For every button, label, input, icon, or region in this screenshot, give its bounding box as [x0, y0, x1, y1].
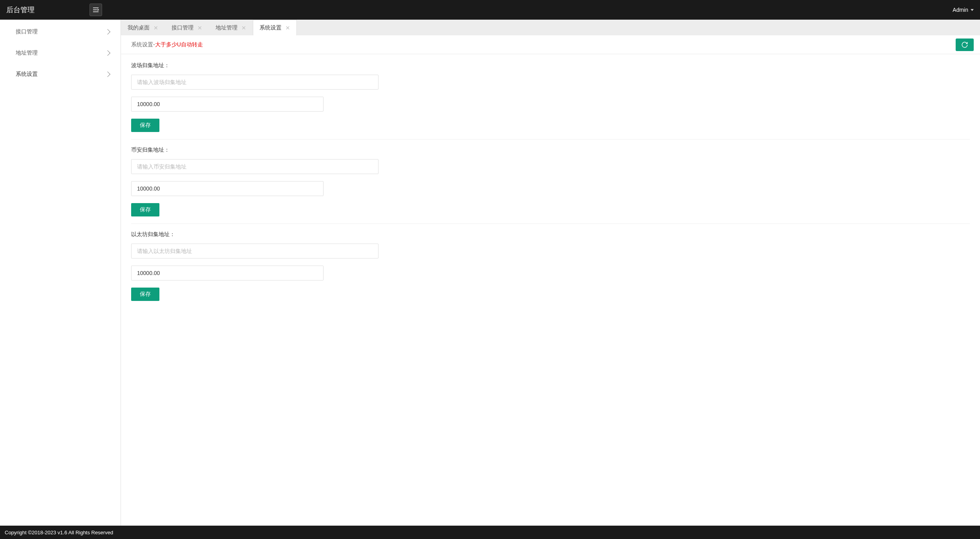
sidebar-item-label: 地址管理	[16, 50, 38, 57]
close-icon[interactable]: ✕	[241, 25, 246, 31]
sidebar: 接口管理 地址管理 系统设置	[0, 20, 121, 526]
app-title: 后台管理	[6, 5, 35, 15]
close-icon[interactable]: ✕	[285, 25, 290, 31]
user-name: Admin	[953, 7, 968, 13]
ethereum-address-input[interactable]	[131, 244, 378, 258]
page-header-subtitle: 大于多少U自动转走	[155, 41, 203, 48]
top-header: 后台管理 Admin	[0, 0, 980, 20]
chevron-right-icon	[105, 29, 110, 35]
page-header-title: 系统设置-	[131, 41, 155, 48]
sidebar-item-settings[interactable]: 系统设置	[4, 64, 121, 85]
main-content: 我的桌面 ✕ 接口管理 ✕ 地址管理 ✕ 系统设置 ✕ 系统设置-大于多少U自动…	[121, 20, 980, 526]
footer: Copyright ©2018-2023 v1.6 All Rights Res…	[0, 526, 980, 539]
form-block-binance: 币安归集地址： 保存	[131, 147, 970, 224]
binance-address-input[interactable]	[131, 159, 378, 174]
save-button-tron[interactable]: 保存	[131, 119, 159, 132]
caret-down-icon	[971, 9, 974, 11]
ethereum-amount-input[interactable]	[131, 266, 324, 280]
save-button-ethereum[interactable]: 保存	[131, 288, 159, 301]
sidebar-item-label: 系统设置	[16, 71, 38, 78]
tron-amount-input[interactable]	[131, 97, 324, 112]
form-area: 波场归集地址： 保存 币安归集地址： 保存 以太坊归集地址： 保存	[121, 54, 980, 316]
sidebar-item-address[interactable]: 地址管理	[4, 42, 121, 64]
footer-text: Copyright ©2018-2023 v1.6 All Rights Res…	[5, 530, 113, 535]
chevron-right-icon	[105, 72, 110, 77]
header-left: 后台管理	[6, 4, 102, 16]
refresh-button[interactable]	[956, 38, 974, 51]
form-label: 波场归集地址：	[131, 62, 970, 69]
user-dropdown[interactable]: Admin	[953, 7, 974, 13]
save-button-binance[interactable]: 保存	[131, 203, 159, 216]
form-block-ethereum: 以太坊归集地址： 保存	[131, 231, 970, 308]
form-label: 以太坊归集地址：	[131, 231, 970, 238]
form-block-tron: 波场归集地址： 保存	[131, 62, 970, 139]
tab-label: 我的桌面	[128, 24, 150, 31]
menu-icon	[93, 7, 99, 13]
close-icon[interactable]: ✕	[154, 25, 158, 31]
tab-api[interactable]: 接口管理 ✕	[165, 20, 209, 35]
layout: 接口管理 地址管理 系统设置 我的桌面 ✕ 接口管理 ✕ 地址管理 ✕	[0, 20, 980, 526]
refresh-icon	[961, 41, 968, 48]
tab-label: 系统设置	[260, 24, 282, 31]
page-header-title-wrap: 系统设置-大于多少U自动转走	[131, 41, 203, 48]
form-label: 币安归集地址：	[131, 147, 970, 154]
tron-address-input[interactable]	[131, 75, 378, 90]
sidebar-item-label: 接口管理	[16, 28, 38, 35]
content-wrap: 系统设置-大于多少U自动转走 波场归集地址： 保存 币安归	[121, 35, 980, 526]
menu-toggle-button[interactable]	[90, 4, 102, 16]
binance-amount-input[interactable]	[131, 181, 324, 196]
sidebar-item-api[interactable]: 接口管理	[4, 21, 121, 42]
tabs-bar: 我的桌面 ✕ 接口管理 ✕ 地址管理 ✕ 系统设置 ✕	[121, 20, 980, 35]
chevron-right-icon	[105, 50, 110, 56]
tab-desktop[interactable]: 我的桌面 ✕	[121, 20, 165, 35]
page-header: 系统设置-大于多少U自动转走	[121, 35, 980, 54]
tab-label: 地址管理	[216, 24, 238, 31]
tab-settings[interactable]: 系统设置 ✕	[253, 20, 297, 35]
tab-label: 接口管理	[172, 24, 194, 31]
tab-address[interactable]: 地址管理 ✕	[209, 20, 253, 35]
close-icon[interactable]: ✕	[197, 25, 202, 31]
